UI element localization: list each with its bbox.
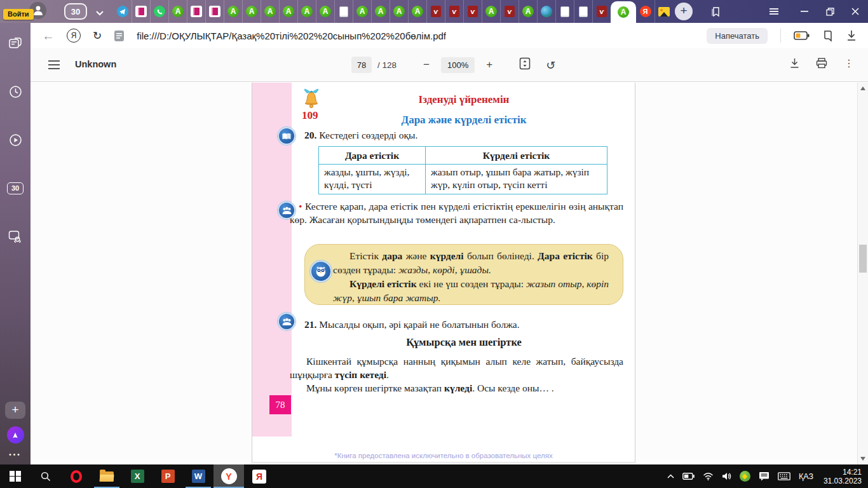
taskbar-yandex-app[interactable]: Я: [244, 464, 275, 488]
taskbar-yandex-browser[interactable]: Y: [214, 464, 244, 488]
volume-icon[interactable]: [722, 472, 731, 480]
sidebar-screenshot-icon[interactable]: [0, 224, 31, 249]
opera-icon: [71, 470, 82, 483]
sidebar-add-button[interactable]: +: [5, 402, 25, 419]
tab-yandex[interactable]: Я: [636, 0, 654, 23]
tab-green-a[interactable]: A: [390, 0, 408, 23]
zoom-level[interactable]: 100%: [441, 57, 475, 73]
tab-doc[interactable]: [574, 0, 592, 23]
tab-whatsapp[interactable]: [150, 0, 168, 23]
rotate-icon[interactable]: ↺: [546, 58, 555, 72]
tab-red-v[interactable]: ѵ: [463, 0, 482, 23]
menu-icon[interactable]: [761, 0, 787, 23]
sidebar-video-icon[interactable]: [0, 127, 31, 152]
download-icon[interactable]: [846, 30, 857, 41]
clock[interactable]: 14:21 31.03.2023: [822, 468, 862, 485]
tab-red-v[interactable]: ѵ: [592, 0, 611, 23]
sidebar-more-icon[interactable]: •••: [9, 451, 22, 458]
tab-green-a[interactable]: A: [371, 0, 390, 23]
sidebar-tab-count-badge[interactable]: 30: [0, 175, 31, 201]
scrollbar[interactable]: [857, 83, 868, 464]
tab-book-pink[interactable]: [187, 0, 205, 23]
tab-globe[interactable]: [537, 0, 555, 23]
scroll-up-arrow[interactable]: [860, 86, 865, 90]
zoom-out-button[interactable]: −: [423, 58, 430, 71]
chevron-down-icon[interactable]: [95, 7, 104, 18]
taskbar-excel[interactable]: X: [122, 464, 153, 488]
system-tray: ҚАЗ 14:21 31.03.2023: [667, 464, 868, 488]
textbook-favicon: A: [375, 6, 386, 17]
refresh-icon[interactable]: ↻: [93, 30, 102, 41]
telegram-favicon: [117, 6, 128, 17]
new-tab-button[interactable]: +: [675, 3, 693, 20]
scrollbar-thumb[interactable]: [859, 245, 867, 273]
textbook-favicon: A: [485, 6, 497, 17]
back-icon[interactable]: ←: [42, 29, 55, 42]
restore-button[interactable]: [817, 0, 843, 23]
taskbar-explorer[interactable]: [92, 464, 122, 488]
tab-telegram[interactable]: [113, 0, 132, 23]
whatsapp-favicon: [154, 6, 165, 17]
collections-icon[interactable]: [822, 30, 834, 42]
battery-saver-icon[interactable]: [794, 31, 810, 40]
tab-doc[interactable]: [334, 0, 353, 23]
login-button[interactable]: Войти: [3, 9, 34, 20]
zoom-in-button[interactable]: +: [486, 58, 492, 71]
tab-counter-badge[interactable]: 30: [64, 3, 87, 20]
tab-green-a[interactable]: A: [168, 0, 187, 23]
notifications-icon[interactable]: [759, 471, 770, 481]
tab-active[interactable]: A: [611, 1, 636, 23]
antivirus-tray-icon[interactable]: [740, 471, 750, 482]
table-cell: жазып отыр, ұшып бара жатыр, жүзіп жүр, …: [426, 165, 607, 194]
tab-red-v[interactable]: ѵ: [445, 0, 463, 23]
fit-page-icon[interactable]: [519, 57, 531, 72]
bookmarks-icon[interactable]: [703, 0, 728, 23]
taskbar-powerpoint[interactable]: P: [153, 464, 183, 488]
taskbar-search[interactable]: [31, 464, 61, 488]
page-number-input[interactable]: 78: [351, 57, 372, 73]
tab-book-pink[interactable]: [205, 0, 224, 23]
print-page-button[interactable]: Напечатать: [707, 28, 768, 44]
address-bar[interactable]: file:///D:/ОҚУЛЫҚТАР/Қазақ%20тілі%202%20…: [137, 30, 446, 41]
sidebar-tabs-icon[interactable]: [0, 30, 31, 56]
tab-green-a[interactable]: A: [519, 0, 537, 23]
wifi-icon[interactable]: [703, 472, 714, 480]
tab-green-a[interactable]: A: [408, 0, 426, 23]
taskbar-start[interactable]: [0, 464, 31, 488]
pdf-menu-icon[interactable]: [48, 60, 60, 72]
language-indicator[interactable]: ҚАЗ: [799, 472, 813, 481]
scroll-down-arrow[interactable]: [860, 457, 865, 461]
table-cell: жазды, ұшты, жүзді, күлді, түсті: [319, 165, 426, 194]
pdf-download-icon[interactable]: [790, 58, 799, 69]
tab-green-a[interactable]: A: [261, 0, 279, 23]
tab-green-a[interactable]: A: [316, 0, 334, 23]
pdf-more-icon[interactable]: ⋮: [844, 57, 854, 69]
minimize-button[interactable]: [792, 0, 817, 23]
alice-assistant-icon[interactable]: [7, 426, 24, 444]
yandex-home-icon[interactable]: Я: [67, 29, 81, 43]
pdf-print-icon[interactable]: [816, 58, 827, 69]
tab-green-a[interactable]: A: [242, 0, 261, 23]
tab-green-a[interactable]: A: [279, 0, 297, 23]
tab-red-v[interactable]: ѵ: [426, 0, 445, 23]
tab-green-a[interactable]: A: [353, 0, 371, 23]
taskbar-word[interactable]: W: [183, 464, 214, 488]
tab-doc[interactable]: [555, 0, 574, 23]
tab-green-a[interactable]: A: [224, 0, 242, 23]
battery-icon[interactable]: [682, 473, 695, 480]
book-favicon: [135, 6, 147, 17]
document-favicon: [339, 6, 348, 17]
taskbar-opera[interactable]: [61, 464, 92, 488]
tab-image[interactable]: [654, 0, 673, 23]
browser-sidebar: 30 + •••: [0, 23, 31, 464]
textbook-favicon: A: [393, 6, 405, 17]
sidebar-history-icon[interactable]: [0, 79, 31, 104]
red-book-favicon: ѵ: [431, 6, 441, 17]
close-button[interactable]: [843, 0, 868, 23]
tab-green-a[interactable]: A: [297, 0, 316, 23]
tab-red-v[interactable]: ѵ: [500, 0, 519, 23]
touch-keyboard-icon[interactable]: [778, 472, 790, 480]
tab-green-a[interactable]: A: [482, 0, 500, 23]
tray-chevron-up-icon[interactable]: [667, 474, 674, 478]
tab-book-pink[interactable]: [132, 0, 150, 23]
